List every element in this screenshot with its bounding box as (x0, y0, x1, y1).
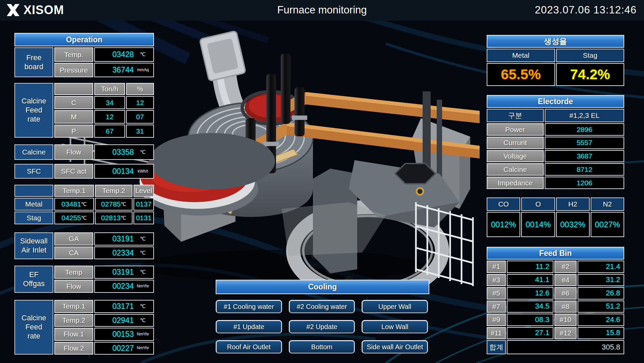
value: 0032% (556, 212, 590, 237)
unit: kWh/t (134, 169, 152, 174)
cooling-header: Cooling (216, 280, 429, 294)
electrode-header: Electorde (487, 95, 624, 108)
button-side-wall-air-outlet[interactable]: Side wall Air Outlet (362, 340, 428, 354)
unit: ℃ (81, 215, 87, 221)
operation-header: Operation (14, 33, 154, 46)
calcine-feed-rate-detail-table: Calcine Feed rate Temp.1 03171 ℃ Temp.2 … (14, 300, 154, 355)
bin-value: 51.2 (578, 301, 624, 313)
unit: Nm³/hr (134, 284, 152, 289)
unit: ℃ (134, 303, 152, 309)
unit: ℃ (81, 201, 87, 207)
button-2-update[interactable]: #2 Update (289, 320, 355, 333)
col-header: Ton/h (94, 83, 125, 95)
row-label: Temp.1 (54, 300, 93, 313)
button-low-wall[interactable]: Low Wall (362, 320, 428, 333)
unit: ℃ (134, 51, 152, 57)
value-cell: 03191 ℃ (94, 232, 154, 245)
operation-table: Operation Free board Temp. 03428 ℃ Press… (14, 33, 154, 77)
bin-value: 26.8 (578, 287, 624, 300)
row-label: SFC act (54, 164, 93, 179)
value: 1206 (545, 177, 624, 189)
row-label: Calcine (487, 163, 544, 176)
button-bottom[interactable]: Bottom (289, 340, 355, 354)
col-header: % (126, 83, 154, 95)
col-header: #1,2,3 EL (545, 109, 624, 122)
bin-label: #9 (487, 314, 506, 326)
col-header: Temp.2 (95, 185, 132, 197)
ef-offgas-table: EF Offgas Temp 03191 ℃ Flow 00234 Nm³/hr (14, 266, 154, 293)
value: 00153 (95, 329, 134, 339)
bin-label: #3 (487, 274, 506, 286)
value: 02941 (95, 316, 134, 325)
button-1-update[interactable]: #1 Update (216, 320, 282, 333)
row-label: Temp (54, 266, 93, 279)
value: 12 (94, 110, 125, 123)
row-label: Temp.2 (54, 314, 93, 327)
value: 00134 (95, 167, 134, 176)
button-upper-wall[interactable]: Upper Wall (362, 300, 428, 313)
value-cell: 03191 ℃ (94, 266, 154, 279)
value: 2896 (545, 123, 624, 136)
button-2-cooling-water[interactable]: #2 Cooling water (289, 300, 355, 313)
button-1-cooling-water[interactable]: #1 Cooling water (216, 300, 282, 313)
col-header: Temp.1 (54, 185, 94, 197)
logo-text: XISOM (23, 3, 64, 17)
row-label: Impedance (487, 177, 544, 189)
bin-label: #10 (554, 314, 577, 326)
value: 0131 (133, 212, 154, 224)
row-label: Voltage (487, 150, 544, 163)
col-header: O (521, 197, 555, 211)
top-bar: XISOM Furnace monitoring 2023.07.06 13:1… (0, 0, 644, 21)
feed-bin-table: Feed Bin #1 11.2 #2 21.4 #3 41.1 #4 31.2… (487, 247, 624, 354)
group-label: EF Offgas (14, 266, 53, 293)
value: 0137 (133, 198, 154, 211)
bin-value: 11.2 (507, 261, 553, 273)
metal-rate-value: 65.5% (487, 63, 555, 86)
row-label: GA (54, 232, 93, 245)
value-cell: 00227 Nm³/hr (94, 342, 154, 355)
col-header: N2 (591, 197, 624, 211)
value: 0012% (487, 212, 520, 237)
bin-label: #1 (487, 261, 506, 273)
bin-label: #12 (554, 327, 577, 339)
row-label: C (54, 96, 93, 109)
metal-stag-table: Temp.1 Temp.2 Level Metal 03481℃ 02785℃ … (14, 185, 154, 224)
value-cell: 03481℃ (54, 198, 94, 211)
group-label: Sidewall Air Inlet (14, 232, 53, 259)
row-label: CA (54, 246, 93, 260)
value-cell: 02941 ℃ (94, 314, 154, 327)
total-value: 305.8 (507, 340, 624, 354)
unit: ℃ (121, 201, 126, 207)
col-header: Stag (556, 49, 625, 62)
cooling-buttons: #1 Cooling water #2 Cooling water Upper … (216, 300, 428, 354)
bin-value: 27.1 (507, 327, 553, 339)
unit: ℃ (134, 269, 152, 275)
row-label: M (54, 110, 93, 123)
sidewall-air-inlet-table: Sidewall Air Inlet GA 03191 ℃ CA 02334 ℃ (14, 232, 154, 259)
value: 03358 (95, 147, 134, 157)
row-label: Flow.1 (54, 328, 93, 341)
value: 03481 (61, 200, 81, 209)
logo: XISOM (5, 3, 64, 17)
group-label: Calcine Feed rate (14, 300, 53, 355)
bin-value: 12.6 (507, 287, 553, 300)
button-roof-air-outlet[interactable]: Roof Air Outlet (216, 340, 282, 354)
value-cell: 02785℃ (95, 198, 132, 211)
value-cell: 04255℃ (54, 212, 94, 224)
value: 67 (94, 125, 125, 138)
bin-value: 15.8 (578, 327, 624, 339)
row-label: Temp. (54, 47, 93, 62)
datetime: 2023.07.06 13:12:46 (535, 4, 637, 16)
row-label: Flow (54, 280, 93, 293)
production-rate-header: 생성율 (487, 35, 624, 48)
col-header: 구분 (487, 109, 544, 122)
calcine-flow-table: Calcine Flow 03358 ℃ (14, 144, 154, 160)
group-label: SFC (14, 164, 53, 179)
value: 02813 (101, 214, 120, 222)
value: 0014% (521, 212, 555, 237)
value: 0027% (591, 212, 624, 237)
total-label: 합계 (487, 340, 506, 354)
value: 07 (126, 110, 154, 123)
col-header: Level (133, 185, 154, 197)
bin-label: #2 (554, 261, 577, 273)
